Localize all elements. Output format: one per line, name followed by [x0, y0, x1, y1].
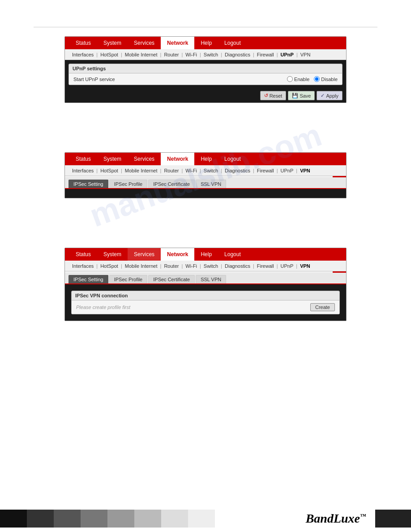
apply-label-1: Apply [326, 93, 338, 99]
vpn-subtabs-2: IPSec Setting IPSec Profile IPSec Certif… [65, 177, 346, 189]
apply-icon-1: ✓ [321, 93, 325, 99]
subtab-ipsec-setting-2[interactable]: IPSec Setting [68, 180, 108, 188]
subtab-ipsec-cert-3[interactable]: IPSec Certificate [148, 275, 195, 283]
subnav-hotspot-1[interactable]: HotSpot [98, 52, 121, 57]
swatch-5 [107, 510, 134, 528]
nav-system-2[interactable]: System [97, 153, 128, 165]
nav-system-1[interactable]: System [97, 37, 128, 49]
nav-help-3[interactable]: Help [194, 248, 218, 261]
nav-network-1[interactable]: Network [161, 37, 194, 49]
subnav-mobileinternet-2[interactable]: Mobile Internet [122, 168, 160, 173]
subnav-switch-1[interactable]: Switch [201, 52, 221, 57]
upnp-disable-option[interactable]: Disable [314, 76, 338, 82]
reset-button-1[interactable]: ↺ Reset [260, 91, 287, 100]
nav-network-3[interactable]: Network [161, 248, 194, 261]
subnav-interfaces-1[interactable]: Interfaces [69, 52, 96, 57]
upnp-enable-label: Enable [294, 77, 309, 82]
subtab-ipsec-cert-2[interactable]: IPSec Certificate [148, 180, 195, 188]
ipsec-placeholder-text: Please create profile first [76, 305, 306, 310]
ipsec-header: IPSec VPN connection [72, 291, 339, 300]
bandluxe-logo: BandLuxe™ [306, 511, 366, 526]
subnav-diagnostics-2[interactable]: Diagnostics [222, 168, 253, 173]
subnav-firewall-1[interactable]: Firewall [254, 52, 277, 57]
apply-button-1[interactable]: ✓ Apply [317, 91, 342, 100]
save-button-1[interactable]: 💾 Save [288, 91, 315, 100]
ipsec-row: Please create profile first Create [72, 300, 339, 314]
nav-services-1[interactable]: Services [128, 37, 161, 49]
vpn-block-2: Status System Services Network Help Logo… [64, 152, 347, 198]
spacer-2 [34, 212, 377, 248]
upnp-disable-radio[interactable] [314, 76, 320, 82]
sub-nav-1: Interfaces | HotSpot | Mobile Internet |… [65, 49, 346, 60]
nav-help-2[interactable]: Help [194, 153, 218, 165]
save-label-1: Save [300, 93, 311, 99]
subnav-vpn-3[interactable]: VPN [297, 263, 313, 269]
subnav-upnp-1[interactable]: UPnP [278, 52, 296, 57]
upnp-action-bar: ↺ Reset 💾 Save ✓ Apply [65, 89, 346, 103]
footer-logo-area: BandLuxe™ [215, 511, 375, 526]
subtab-ipsec-profile-3[interactable]: IPSec Profile [109, 275, 148, 283]
nav-services-2[interactable]: Services [128, 153, 161, 165]
nav-system-3[interactable]: System [97, 248, 128, 261]
vpn-content-3: IPSec VPN connection Please create profi… [65, 284, 346, 321]
subnav-upnp-2[interactable]: UPnP [278, 168, 296, 173]
upnp-start-label: Start UPnP service [73, 77, 287, 82]
swatch-1 [0, 510, 27, 528]
subnav-vpn-2[interactable]: VPN [297, 168, 313, 173]
subtab-ipsec-setting-3[interactable]: IPSec Setting [68, 275, 108, 283]
upnp-radio-group: Enable Disable [287, 76, 338, 82]
nav-network-2[interactable]: Network [161, 153, 194, 165]
nav-bar-2: Status System Services Network Help Logo… [65, 153, 346, 165]
subnav-wifi-2[interactable]: Wi-Fi [183, 168, 200, 173]
upnp-settings-box: UPnP settings Start UPnP service Enable … [68, 64, 342, 85]
nav-bar-1: Status System Services Network Help Logo… [65, 37, 346, 49]
sub-nav-2: Interfaces | HotSpot | Mobile Internet |… [65, 165, 346, 176]
nav-status-2[interactable]: Status [69, 153, 97, 165]
subnav-mobileinternet-1[interactable]: Mobile Internet [122, 52, 160, 57]
swatch-8 [188, 510, 215, 528]
subnav-diagnostics-1[interactable]: Diagnostics [222, 52, 253, 57]
subnav-firewall-2[interactable]: Firewall [254, 168, 277, 173]
reset-label-1: Reset [270, 93, 283, 99]
nav-status-3[interactable]: Status [69, 248, 97, 261]
subnav-switch-3[interactable]: Switch [201, 263, 221, 269]
upnp-settings-header: UPnP settings [69, 64, 342, 73]
upnp-enable-radio[interactable] [287, 76, 293, 82]
subnav-interfaces-2[interactable]: Interfaces [69, 168, 96, 173]
subnav-router-3[interactable]: Router [161, 263, 181, 269]
subtab-ssl-vpn-3[interactable]: SSL VPN [196, 275, 226, 283]
upnp-enable-option[interactable]: Enable [287, 76, 309, 82]
nav-logout-1[interactable]: Logout [218, 37, 247, 49]
reset-icon-1: ↺ [264, 93, 268, 99]
ipsec-settings-box: IPSec VPN connection Please create profi… [71, 291, 340, 314]
save-icon-1: 💾 [292, 93, 298, 99]
nav-bar-3: Status System Services Network Help Logo… [65, 248, 346, 261]
nav-status-1[interactable]: Status [69, 37, 97, 49]
subnav-wifi-3[interactable]: Wi-Fi [183, 263, 200, 269]
nav-logout-3[interactable]: Logout [218, 248, 247, 261]
swatch-2 [27, 510, 54, 528]
subnav-firewall-3[interactable]: Firewall [254, 263, 277, 269]
subnav-hotspot-3[interactable]: HotSpot [98, 263, 121, 269]
ipsec-create-button[interactable]: Create [310, 303, 335, 311]
subnav-router-2[interactable]: Router [161, 168, 181, 173]
subtab-ssl-vpn-2[interactable]: SSL VPN [196, 180, 226, 188]
nav-help-1[interactable]: Help [194, 37, 218, 49]
subnav-vpn-1[interactable]: VPN [298, 52, 313, 57]
subnav-wifi-1[interactable]: Wi-Fi [183, 52, 200, 57]
upnp-settings-row: Start UPnP service Enable Disable [69, 73, 342, 85]
subnav-upnp-3[interactable]: UPnP [278, 263, 296, 269]
bottom-spacer [34, 335, 377, 415]
subnav-diagnostics-3[interactable]: Diagnostics [222, 263, 253, 269]
subtab-ipsec-profile-2[interactable]: IPSec Profile [109, 180, 148, 188]
subnav-interfaces-3[interactable]: Interfaces [69, 263, 96, 269]
tm-symbol: ™ [360, 513, 366, 519]
vpn-content-2 [65, 189, 346, 198]
nav-services-3[interactable]: Services [128, 248, 161, 261]
subnav-mobileinternet-3[interactable]: Mobile Internet [122, 263, 160, 269]
subnav-hotspot-2[interactable]: HotSpot [98, 168, 121, 173]
subnav-switch-2[interactable]: Switch [201, 168, 221, 173]
subnav-router-1[interactable]: Router [161, 52, 181, 57]
nav-logout-2[interactable]: Logout [218, 153, 247, 165]
footer-gradient [0, 510, 215, 528]
